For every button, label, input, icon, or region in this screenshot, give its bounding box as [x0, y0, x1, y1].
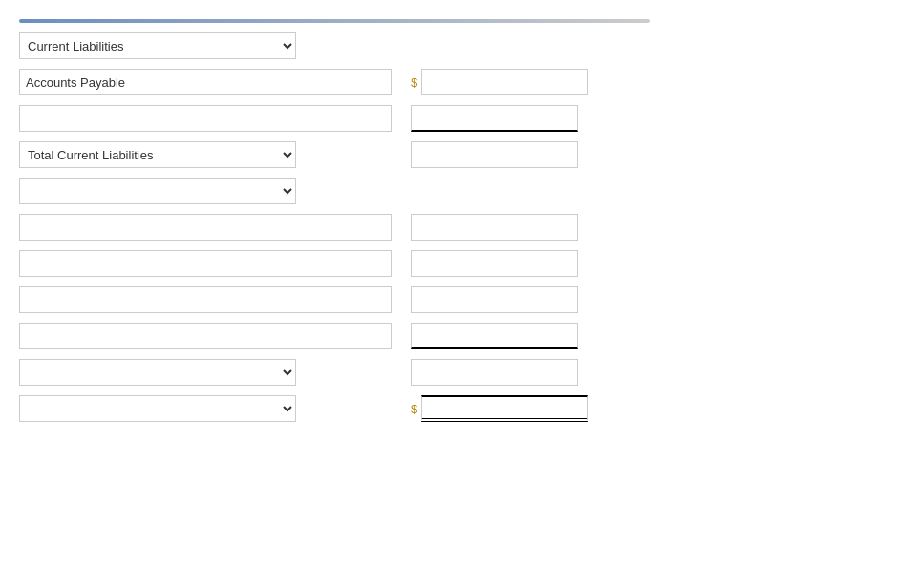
empty-select-2[interactable]: Option A Option B: [19, 359, 296, 386]
dollar-sign-1: $: [411, 75, 417, 90]
row-4: Total Current Liabilities Total Liabilit…: [19, 141, 669, 168]
right-col-3: [411, 105, 578, 132]
right-col-10: [411, 359, 578, 386]
form-container: Current Liabilities Non-Current Liabilit…: [19, 10, 669, 441]
current-liabilities-select[interactable]: Current Liabilities Non-Current Liabilit…: [19, 32, 296, 59]
accounts-payable-amount-input[interactable]: [421, 69, 588, 95]
row-8: [19, 286, 669, 313]
row-11: Option X Option Y $: [19, 395, 669, 422]
right-col-6: [411, 214, 578, 241]
accounts-payable-input[interactable]: [19, 69, 392, 95]
empty-amount-input-5[interactable]: [411, 323, 578, 349]
left-col-2: [19, 69, 392, 95]
left-col-5: Option 1 Option 2: [19, 178, 392, 204]
right-col-7: [411, 250, 578, 277]
left-col-1: Current Liabilities Non-Current Liabilit…: [19, 32, 392, 59]
empty-label-input-2[interactable]: [19, 214, 392, 241]
total-current-liabilities-select[interactable]: Total Current Liabilities Total Liabilit…: [19, 141, 296, 168]
empty-label-input-5[interactable]: [19, 323, 392, 349]
left-col-3: [19, 105, 392, 132]
row-1: Current Liabilities Non-Current Liabilit…: [19, 32, 669, 59]
row-6: [19, 214, 669, 241]
row-7: [19, 250, 669, 277]
empty-label-input-1[interactable]: [19, 105, 392, 132]
row-10: Option A Option B: [19, 359, 669, 386]
total-amount-input[interactable]: [421, 395, 588, 422]
left-col-6: [19, 214, 392, 241]
empty-amount-input-2[interactable]: [411, 214, 578, 241]
empty-amount-input-6[interactable]: [411, 359, 578, 386]
empty-amount-input-1[interactable]: [411, 105, 578, 132]
row-9: [19, 323, 669, 349]
row-2: $: [19, 69, 669, 95]
right-col-11: $: [411, 395, 588, 422]
left-col-11: Option X Option Y: [19, 395, 392, 422]
left-col-4: Total Current Liabilities Total Liabilit…: [19, 141, 392, 168]
empty-select-3[interactable]: Option X Option Y: [19, 395, 296, 422]
right-col-4: [411, 141, 578, 168]
row-3: [19, 105, 669, 132]
dollar-sign-2: $: [411, 402, 417, 416]
row-5: Option 1 Option 2: [19, 178, 669, 204]
empty-amount-input-4[interactable]: [411, 286, 578, 313]
right-col-2: $: [411, 69, 588, 95]
empty-amount-input-3[interactable]: [411, 250, 578, 277]
left-col-8: [19, 286, 392, 313]
top-bar: [19, 19, 650, 23]
empty-label-input-3[interactable]: [19, 250, 392, 277]
left-col-7: [19, 250, 392, 277]
empty-select-1[interactable]: Option 1 Option 2: [19, 178, 296, 204]
total-current-liabilities-amount-input[interactable]: [411, 141, 578, 168]
left-col-10: Option A Option B: [19, 359, 392, 386]
right-col-9: [411, 323, 578, 349]
left-col-9: [19, 323, 392, 349]
right-col-8: [411, 286, 578, 313]
empty-label-input-4[interactable]: [19, 286, 392, 313]
